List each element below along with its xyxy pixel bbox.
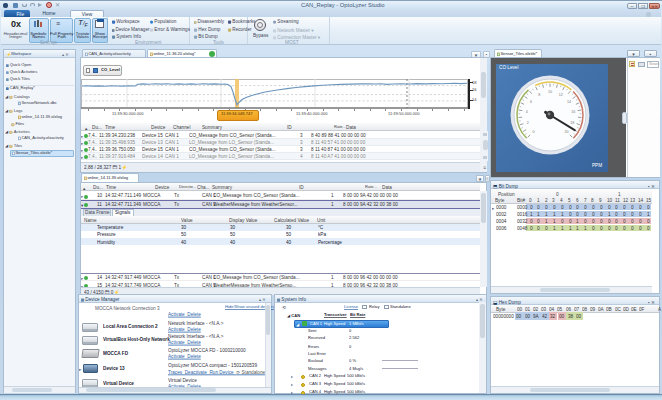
svg-text:4: 4 <box>526 110 528 114</box>
svg-text:12: 12 <box>559 93 563 97</box>
svg-text:0: 0 <box>532 130 534 134</box>
svg-text:6: 6 <box>530 100 532 104</box>
svg-text:2: 2 <box>527 121 529 125</box>
svg-text:18: 18 <box>570 121 574 125</box>
svg-text:20: 20 <box>565 130 569 134</box>
svg-text:14: 14 <box>567 100 571 104</box>
svg-text:10: 10 <box>548 90 552 94</box>
svg-text:16: 16 <box>571 110 575 114</box>
svg-text:8: 8 <box>538 93 540 97</box>
